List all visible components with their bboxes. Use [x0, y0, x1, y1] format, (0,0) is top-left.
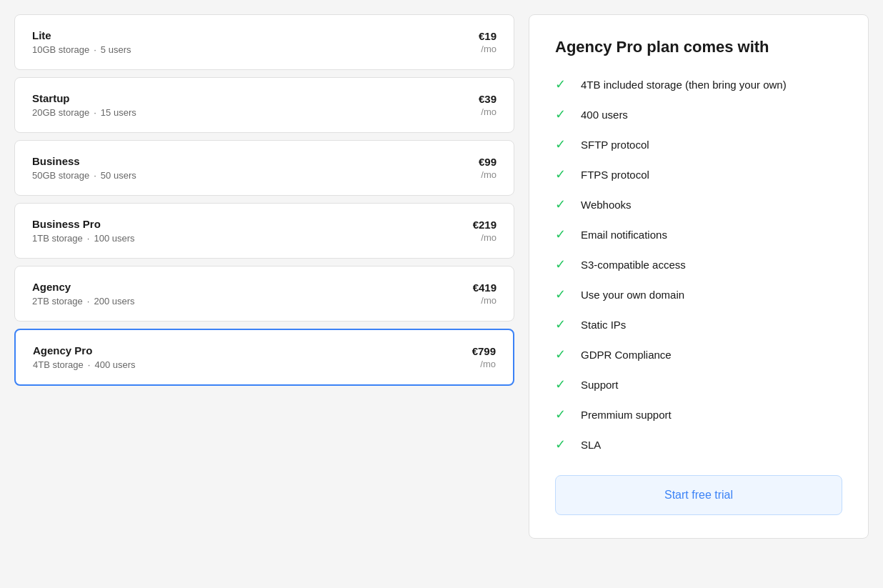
plan-price-lite: €19 /mo	[479, 30, 497, 55]
plan-price-agency: €419 /mo	[473, 281, 497, 307]
plan-name-business-pro: Business Pro	[32, 218, 135, 230]
separator: ·	[88, 359, 91, 370]
feature-text-11: Premmium support	[581, 409, 672, 421]
plan-price-period-agency: /mo	[481, 295, 497, 306]
check-icon-10: ✓	[555, 377, 569, 392]
feature-item-5: ✓ Email notifications	[555, 226, 842, 242]
separator: ·	[87, 233, 90, 244]
start-trial-button[interactable]: Start free trial	[555, 475, 842, 515]
plan-price-startup: €39 /mo	[479, 93, 497, 118]
feature-text-3: FTPS protocol	[581, 169, 649, 181]
plan-card-startup[interactable]: Startup 20GB storage·15 users €39 /mo	[14, 77, 514, 133]
feature-item-2: ✓ SFTP protocol	[555, 136, 842, 152]
feature-text-9: GDPR Compliance	[581, 349, 672, 361]
separator: ·	[87, 296, 90, 307]
feature-item-0: ✓ 4TB included storage (then bring your …	[555, 76, 842, 92]
plan-name-business: Business	[32, 155, 136, 167]
features-list: ✓ 4TB included storage (then bring your …	[555, 76, 842, 452]
plan-card-business[interactable]: Business 50GB storage·50 users €99 /mo	[14, 140, 514, 196]
check-icon-2: ✓	[555, 136, 569, 152]
plan-price-period-business: /mo	[481, 169, 497, 180]
check-icon-7: ✓	[555, 286, 569, 302]
feature-item-6: ✓ S3-compatible access	[555, 256, 842, 272]
feature-text-5: Email notifications	[581, 229, 667, 241]
check-icon-12: ✓	[555, 437, 569, 452]
feature-item-7: ✓ Use your own domain	[555, 286, 842, 302]
check-icon-11: ✓	[555, 407, 569, 422]
plan-card-agency[interactable]: Agency 2TB storage·200 users €419 /mo	[14, 266, 514, 322]
plan-card-agency-pro[interactable]: Agency Pro 4TB storage·400 users €799 /m…	[14, 329, 514, 386]
feature-item-3: ✓ FTPS protocol	[555, 166, 842, 182]
feature-text-0: 4TB included storage (then bring your ow…	[581, 79, 787, 91]
feature-item-8: ✓ Static IPs	[555, 317, 842, 332]
check-icon-3: ✓	[555, 166, 569, 182]
plan-price-agency-pro: €799 /mo	[472, 345, 496, 370]
plan-details-business-pro: 1TB storage·100 users	[32, 233, 135, 244]
feature-text-6: S3-compatible access	[581, 259, 686, 271]
features-panel: Agency Pro plan comes with ✓ 4TB include…	[529, 14, 869, 539]
separator: ·	[94, 107, 96, 118]
check-icon-9: ✓	[555, 347, 569, 362]
plan-price-amount-business-pro: €219	[473, 219, 497, 231]
plan-price-amount-agency: €419	[473, 281, 497, 294]
plan-info-agency-pro: Agency Pro 4TB storage·400 users	[33, 344, 136, 370]
feature-item-9: ✓ GDPR Compliance	[555, 347, 842, 362]
plan-price-business: €99 /mo	[479, 156, 497, 181]
check-icon-5: ✓	[555, 226, 569, 242]
plan-name-agency: Agency	[32, 281, 135, 293]
plan-price-amount-startup: €39	[479, 93, 497, 105]
feature-text-12: SLA	[581, 439, 601, 451]
plan-price-business-pro: €219 /mo	[473, 219, 497, 244]
plan-info-business-pro: Business Pro 1TB storage·100 users	[32, 218, 135, 244]
plan-price-amount-lite: €19	[479, 30, 497, 42]
features-title: Agency Pro plan comes with	[555, 38, 842, 56]
feature-text-2: SFTP protocol	[581, 139, 649, 151]
feature-item-4: ✓ Webhooks	[555, 196, 842, 212]
plan-price-period-agency-pro: /mo	[480, 359, 496, 369]
feature-item-1: ✓ 400 users	[555, 106, 842, 122]
plan-price-period-startup: /mo	[481, 106, 497, 117]
feature-text-4: Webhooks	[581, 199, 632, 211]
plan-details-startup: 20GB storage·15 users	[32, 107, 136, 118]
plan-name-startup: Startup	[32, 92, 136, 104]
plan-details-business: 50GB storage·50 users	[32, 170, 136, 181]
check-icon-4: ✓	[555, 196, 569, 212]
check-icon-6: ✓	[555, 256, 569, 272]
feature-item-10: ✓ Support	[555, 377, 842, 392]
main-container: Lite 10GB storage·5 users €19 /mo Startu…	[7, 7, 876, 546]
plan-card-business-pro[interactable]: Business Pro 1TB storage·100 users €219 …	[14, 203, 514, 259]
check-icon-0: ✓	[555, 76, 569, 92]
plan-price-period-business-pro: /mo	[481, 232, 497, 243]
feature-text-8: Static IPs	[581, 319, 626, 331]
separator: ·	[94, 44, 96, 55]
check-icon-8: ✓	[555, 317, 569, 332]
feature-text-10: Support	[581, 379, 619, 391]
plan-price-period-lite: /mo	[481, 44, 497, 54]
feature-item-11: ✓ Premmium support	[555, 407, 842, 422]
plan-info-startup: Startup 20GB storage·15 users	[32, 92, 136, 118]
feature-item-12: ✓ SLA	[555, 437, 842, 452]
plan-price-amount-business: €99	[479, 156, 497, 168]
plan-name-lite: Lite	[32, 29, 131, 41]
plans-list: Lite 10GB storage·5 users €19 /mo Startu…	[14, 14, 514, 539]
separator: ·	[94, 170, 96, 181]
plan-info-business: Business 50GB storage·50 users	[32, 155, 136, 181]
plan-info-agency: Agency 2TB storage·200 users	[32, 281, 135, 307]
plan-card-lite[interactable]: Lite 10GB storage·5 users €19 /mo	[14, 14, 514, 70]
feature-text-7: Use your own domain	[581, 289, 684, 301]
plan-info-lite: Lite 10GB storage·5 users	[32, 29, 131, 55]
plan-name-agency-pro: Agency Pro	[33, 344, 136, 357]
check-icon-1: ✓	[555, 106, 569, 122]
plan-details-agency-pro: 4TB storage·400 users	[33, 359, 136, 370]
plan-price-amount-agency-pro: €799	[472, 345, 496, 357]
plan-details-agency: 2TB storage·200 users	[32, 296, 135, 307]
feature-text-1: 400 users	[581, 109, 628, 121]
plan-details-lite: 10GB storage·5 users	[32, 44, 131, 55]
